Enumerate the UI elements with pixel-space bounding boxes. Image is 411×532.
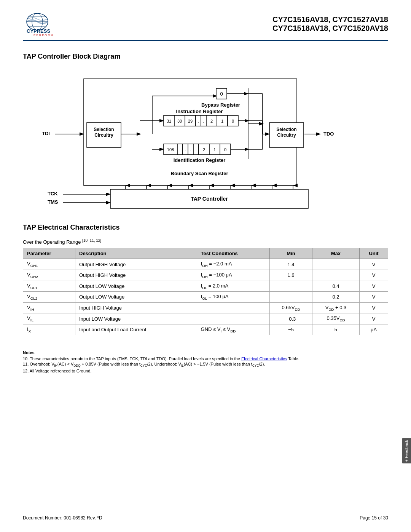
desc-cell: Input LOW Voltage bbox=[75, 313, 197, 324]
max-cell: 0.2 bbox=[312, 292, 359, 303]
col-test-conditions: Test Conditions bbox=[197, 248, 270, 259]
max-cell: 0.35VDD bbox=[312, 313, 359, 324]
tap-block-diagram: TDI Selection Circuitry 0 Bypass Registe… bbox=[34, 67, 377, 212]
page: CYPRESS PERFORM CY7C1516AV18, CY7C1527AV… bbox=[0, 0, 411, 532]
param-cell: VIH bbox=[23, 302, 75, 313]
svg-text:Bypass Register: Bypass Register bbox=[201, 102, 240, 108]
svg-text:TCK: TCK bbox=[48, 191, 58, 197]
svg-text:2: 2 bbox=[210, 119, 213, 123]
svg-text:PERFORM: PERFORM bbox=[33, 34, 54, 36]
unit-cell: V bbox=[360, 292, 388, 303]
logo-area: CYPRESS PERFORM bbox=[23, 11, 68, 36]
max-cell: 5 bbox=[312, 324, 359, 335]
header: CYPRESS PERFORM CY7C1516AV18, CY7C1527AV… bbox=[23, 11, 388, 41]
test-cell: IOL = 100 μA bbox=[197, 292, 270, 303]
min-cell: −0.3 bbox=[270, 313, 312, 324]
page-number: Page 15 of 30 bbox=[360, 515, 388, 521]
svg-text:CYPRESS: CYPRESS bbox=[27, 28, 50, 34]
tdi-label: TDI bbox=[42, 131, 50, 136]
desc-cell: Input and Output Load Current bbox=[75, 324, 197, 335]
svg-text:.: . bbox=[203, 119, 204, 123]
svg-text:30: 30 bbox=[177, 119, 182, 123]
svg-text:.: . bbox=[179, 147, 180, 152]
min-cell bbox=[270, 292, 312, 303]
svg-text:0: 0 bbox=[220, 91, 223, 97]
svg-text:.: . bbox=[198, 119, 199, 123]
table-row: VOH1 Output HIGH Voltage IOH = −2.0 mA 1… bbox=[23, 259, 388, 270]
svg-text:Boundary Scan Register: Boundary Scan Register bbox=[171, 171, 228, 176]
table-row: VIL Input LOW Voltage −0.3 0.35VDD V bbox=[23, 313, 388, 324]
svg-text:0: 0 bbox=[224, 147, 226, 152]
param-cell: VOL1 bbox=[23, 281, 75, 292]
param-cell: VOH1 bbox=[23, 259, 75, 270]
svg-text:Instruction Register: Instruction Register bbox=[176, 109, 223, 114]
svg-text:.: . bbox=[195, 147, 196, 152]
table-row: VIH Input HIGH Voltage 0.65VDD VDD + 0.3… bbox=[23, 302, 388, 313]
test-cell: GND ≤ VI ≤ VDD bbox=[197, 324, 270, 335]
max-cell bbox=[312, 270, 359, 281]
note-10: 10. These characteristics pertain to the… bbox=[23, 356, 388, 361]
min-cell bbox=[270, 281, 312, 292]
param-cell: VOH2 bbox=[23, 270, 75, 281]
table-row: VOL1 Output LOW Voltage IOL = 2.0 mA 0.4… bbox=[23, 281, 388, 292]
param-cell: VIL bbox=[23, 313, 75, 324]
desc-cell: Input HIGH Voltage bbox=[75, 302, 197, 313]
test-cell: IOL = 2.0 mA bbox=[197, 281, 270, 292]
table-row: IX Input and Output Load Current GND ≤ V… bbox=[23, 324, 388, 335]
subtitle-refs: [10, 11, 12] bbox=[82, 238, 101, 243]
desc-cell: Output HIGH Voltage bbox=[75, 270, 197, 281]
col-parameter: Parameter bbox=[23, 248, 75, 259]
col-max: Max bbox=[312, 248, 359, 259]
table-row: VOL2 Output LOW Voltage IOL = 100 μA 0.2… bbox=[23, 292, 388, 303]
header-title: CY7C1516AV18, CY7C1527AV18 CY7C1518AV18,… bbox=[272, 15, 388, 33]
notes-title: Notes bbox=[23, 350, 388, 355]
test-cell: IOH = −2.0 mA bbox=[197, 259, 270, 270]
svg-text:TMS: TMS bbox=[48, 199, 58, 205]
test-cell bbox=[197, 313, 270, 324]
unit-cell: V bbox=[360, 259, 388, 270]
unit-cell: V bbox=[360, 270, 388, 281]
max-cell: VDD + 0.3 bbox=[312, 302, 359, 313]
max-cell: 0.4 bbox=[312, 281, 359, 292]
desc-cell: Output LOW Voltage bbox=[75, 292, 197, 303]
unit-cell: V bbox=[360, 313, 388, 324]
svg-text:.: . bbox=[190, 147, 191, 152]
notes-section: Notes 10. These characteristics pertain … bbox=[23, 350, 388, 373]
svg-text:108: 108 bbox=[167, 147, 174, 152]
test-cell bbox=[197, 302, 270, 313]
param-cell: VOL2 bbox=[23, 292, 75, 303]
electrical-characteristics-link[interactable]: Electrical Characteristics bbox=[241, 356, 287, 361]
table-header-row: Parameter Description Test Conditions Mi… bbox=[23, 248, 388, 259]
table-subtitle: Over the Operating Range [10, 11, 12] bbox=[23, 238, 388, 245]
svg-text:1: 1 bbox=[221, 119, 223, 123]
electrical-table: Parameter Description Test Conditions Mi… bbox=[23, 248, 388, 335]
min-cell: 1.4 bbox=[270, 259, 312, 270]
unit-cell: μA bbox=[360, 324, 388, 335]
diagram-container: TDI Selection Circuitry 0 Bypass Registe… bbox=[23, 67, 388, 212]
electrical-section-title: TAP Electrical Characteristics bbox=[23, 224, 388, 232]
svg-text:31: 31 bbox=[167, 119, 171, 123]
max-cell bbox=[312, 259, 359, 270]
feedback-button[interactable]: + Feedback bbox=[402, 438, 411, 463]
unit-cell: V bbox=[360, 281, 388, 292]
diagram-section-title: TAP Controller Block Diagram bbox=[23, 53, 388, 61]
svg-text:Selection: Selection bbox=[276, 127, 296, 132]
svg-text:29: 29 bbox=[188, 119, 193, 123]
svg-text:Selection: Selection bbox=[94, 127, 114, 132]
param-cell: IX bbox=[23, 324, 75, 335]
table-row: VOH2 Output HIGH Voltage IOH = −100 μA 1… bbox=[23, 270, 388, 281]
svg-text:TAP Controller: TAP Controller bbox=[191, 196, 228, 202]
title-line2: CY7C1518AV18, CY7C1520AV18 bbox=[272, 24, 388, 33]
note-12: 12. All Voltage referenced to Ground. bbox=[23, 369, 388, 373]
note-11: 11. Overshoot: VIH(AC) < VDDQ + 0.85V (P… bbox=[23, 362, 388, 367]
title-line1: CY7C1516AV18, CY7C1527AV18 bbox=[272, 15, 388, 24]
electrical-section: TAP Electrical Characteristics Over the … bbox=[23, 224, 388, 335]
min-cell: 0.65VDD bbox=[270, 302, 312, 313]
min-cell: −5 bbox=[270, 324, 312, 335]
svg-text:Circuitry: Circuitry bbox=[277, 133, 296, 138]
col-description: Description bbox=[75, 248, 197, 259]
svg-text:2: 2 bbox=[203, 147, 205, 152]
subtitle-text: Over the Operating Range bbox=[23, 239, 81, 245]
desc-cell: Output LOW Voltage bbox=[75, 281, 197, 292]
cypress-logo: CYPRESS PERFORM bbox=[23, 11, 68, 36]
